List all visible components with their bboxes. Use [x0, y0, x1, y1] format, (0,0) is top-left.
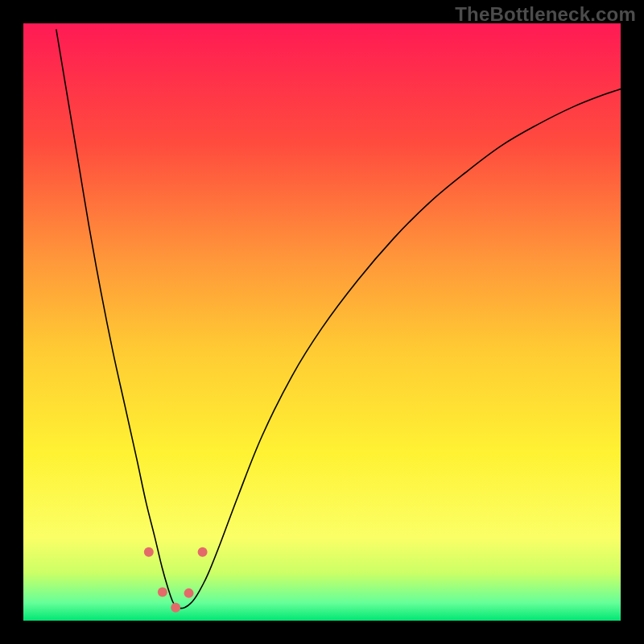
- gradient-background: [23, 23, 621, 621]
- plot-area: [23, 23, 621, 621]
- valley-marker: [158, 587, 167, 597]
- watermark-text: TheBottleneck.com: [455, 3, 636, 26]
- valley-marker: [144, 547, 154, 557]
- chart-frame: TheBottleneck.com: [0, 0, 644, 644]
- valley-marker: [184, 588, 194, 598]
- plot-svg: [23, 23, 621, 621]
- valley-marker: [171, 603, 180, 613]
- valley-marker: [198, 547, 208, 557]
